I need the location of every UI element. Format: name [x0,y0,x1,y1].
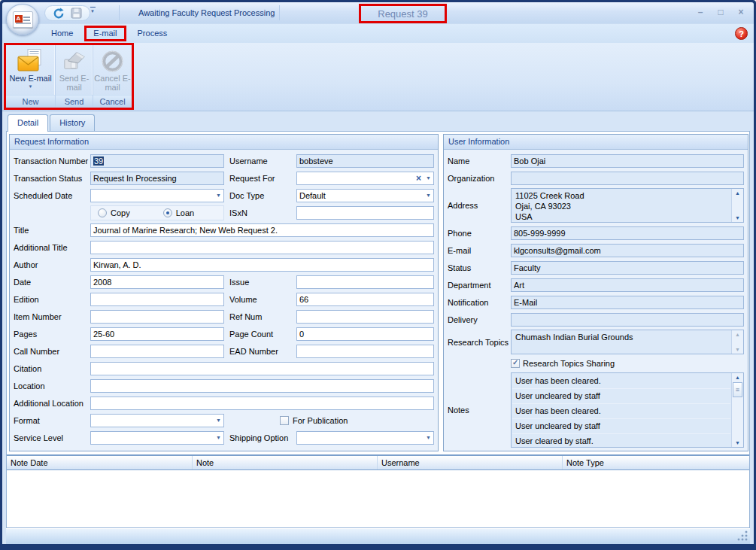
location-field[interactable] [90,379,434,393]
pages-label: Pages [14,330,90,339]
item-number-field[interactable] [90,310,224,324]
request-for-combobox[interactable]: × ▼ [296,172,434,185]
help-button[interactable]: ? [735,27,748,40]
transaction-number-field: 39 [90,154,224,168]
call-number-field[interactable] [90,345,224,358]
transaction-status-field: Request In Processing [90,172,224,185]
save-icon[interactable] [71,8,82,19]
additional-title-field[interactable] [90,241,434,254]
scrollbar-thumb[interactable]: ≡ [733,382,742,397]
format-label: Format [14,416,90,425]
quick-access-toolbar [44,5,90,21]
column-header-note-date[interactable]: Note Date [7,456,193,469]
call-number-label: Call Number [14,347,90,356]
scheduled-date-combobox[interactable]: ▼ [90,189,224,202]
additional-location-field[interactable] [90,397,434,410]
form-row: Transaction Number 39 Username bobsteve [14,152,434,169]
send-email-label: Send E-mail [56,74,93,92]
name-value: Bob Ojai [514,156,741,166]
new-email-button[interactable]: New E-mail ▼ [6,45,55,95]
research-topics-field: Chumash Indian Burial Grounds ▲ ▼ [511,330,744,354]
date-field[interactable]: 2008 [90,275,224,289]
issue-field[interactable] [296,275,434,289]
cancel-email-button[interactable]: Cancel E-mail [93,45,132,95]
copy-radio[interactable] [98,208,107,217]
dropdown-arrow-icon[interactable]: ▼ [214,193,221,198]
phone-field: 805-999-9999 [511,226,744,240]
minimize-button[interactable]: – [695,7,706,17]
application-menu-button[interactable]: A [6,4,39,35]
scroll-up-icon[interactable]: ▲ [733,190,743,196]
ref-num-field[interactable] [296,310,434,324]
scroll-down-icon[interactable]: ▼ [733,346,743,353]
clear-icon[interactable]: × [416,173,424,184]
address-scrollbar[interactable]: ▲ ▼ [731,189,743,222]
page-count-field[interactable]: 0 [296,327,434,341]
close-button[interactable]: × [736,7,746,17]
application-window: A ▼ Awaiting Faculty Request Processing [0,0,756,550]
app-logo-line [23,20,30,21]
send-email-button[interactable]: Send E-mail [56,45,93,95]
tab-email[interactable]: E-mail [87,28,123,39]
issue-label: Issue [224,278,296,287]
new-email-dropdown-icon[interactable]: ▼ [29,84,33,89]
copy-radio-label: Copy [107,208,130,217]
title-field[interactable]: Journal of Marine Research; New Web Requ… [90,223,434,237]
scroll-down-icon[interactable]: ▼ [733,214,743,221]
scroll-up-icon[interactable]: ▲ [733,374,743,381]
detail-page: Request Information Transaction Number 3… [6,131,750,528]
user-information-panel: User Information Name Bob Ojai Organizat… [443,134,748,451]
phone-label: Phone [448,229,511,238]
tab-detail[interactable]: Detail [8,114,48,132]
tab-home[interactable]: Home [41,26,83,41]
pages-field[interactable]: 25-60 [90,327,224,341]
research-topics-scrollbar[interactable]: ▲ ▼ [731,330,743,354]
column-header-note-type[interactable]: Note Type [563,456,749,469]
quick-access-more-button[interactable]: ▼ [88,7,97,14]
ribbon-group-label-new: New [6,95,55,108]
status-value: Faculty [514,263,741,272]
loan-radio[interactable] [163,208,172,217]
doc-type-label: Doc Type [224,191,296,200]
author-field[interactable]: Kirwan, A. D. [90,258,434,272]
tab-process[interactable]: Process [128,26,178,41]
author-value: Kirwan, A. D. [93,260,431,269]
department-label: Department [448,281,511,290]
dropdown-arrow-icon[interactable]: ▼ [424,435,431,440]
dropdown-arrow-icon[interactable]: ▼ [424,175,431,181]
format-combobox[interactable]: ▼ [90,414,224,427]
scroll-down-icon[interactable]: ▼ [733,439,743,446]
notes-table-header: Note Date Note Username Note Type [7,454,749,470]
for-publication-checkbox[interactable] [280,416,289,425]
research-topics-sharing-checkbox[interactable] [511,359,520,368]
edition-field[interactable] [90,293,224,306]
scroll-up-icon[interactable]: ▲ [733,331,743,338]
address-field: 11025 Creek Road Ojai, CA 93023 USA ▲ ▼ [511,188,744,223]
shipping-option-combobox[interactable]: ▼ [296,431,434,445]
volume-field[interactable]: 66 [296,293,434,306]
column-header-note[interactable]: Note [193,456,378,469]
volume-value: 66 [299,295,431,304]
notification-value: E-Mail [514,298,741,307]
resize-grip[interactable] [736,530,748,542]
dropdown-arrow-icon[interactable]: ▼ [424,193,431,198]
notes-list: User has been cleared. User uncleared by… [512,373,731,447]
maximize-button[interactable]: □ [715,7,726,17]
refresh-icon[interactable] [53,8,65,20]
tab-history[interactable]: History [50,114,95,131]
service-level-combobox[interactable]: ▼ [90,431,224,445]
citation-field[interactable] [90,362,434,375]
dropdown-arrow-icon[interactable]: ▼ [214,435,221,440]
isxn-field[interactable] [296,206,434,220]
notes-scrollbar[interactable]: ▲ ≡ ▼ [731,373,743,447]
ead-number-field[interactable] [296,345,434,358]
organization-field [511,172,744,185]
dropdown-arrow-icon[interactable]: ▼ [214,418,221,423]
doc-type-combobox[interactable]: Default ▼ [296,189,434,202]
column-header-username[interactable]: Username [378,456,563,469]
notes-field: User has been cleared. User uncleared by… [511,372,744,448]
form-row: Transaction Status Request In Processing… [14,169,434,187]
queue-status-text: Awaiting Faculty Request Processing [138,8,275,17]
status-field: Faculty [511,261,744,275]
request-information-body: Transaction Number 39 Username bobsteve … [10,150,438,451]
